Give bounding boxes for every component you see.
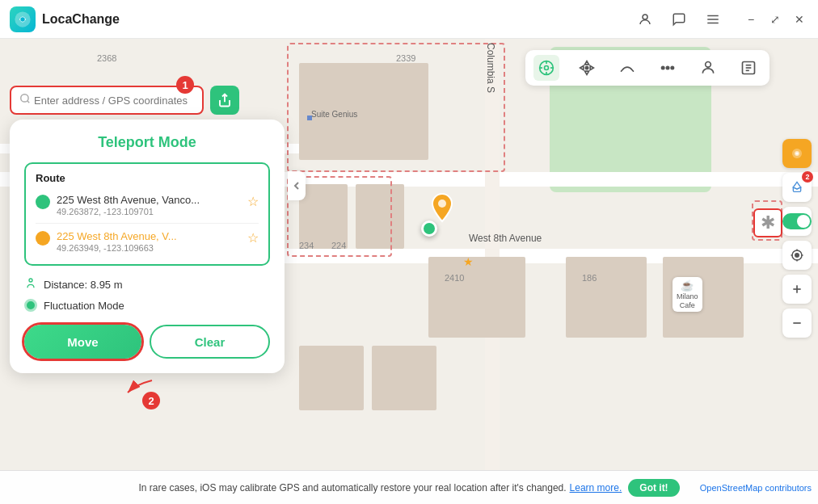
map-label-2410: 2410	[445, 273, 464, 283]
teleport-panel: Teleport Mode Route 225 West 8th Avenue,…	[10, 120, 285, 373]
map-pin-green	[421, 220, 437, 237]
svg-point-1	[20, 17, 25, 22]
map-label-186: 186	[582, 273, 597, 283]
svg-point-8	[545, 66, 549, 70]
close-button[interactable]: ✕	[791, 10, 808, 28]
fluctuation-label: Fluctuation Mode	[44, 300, 124, 312]
asterisk-button[interactable]: ✱	[753, 208, 782, 237]
map-star: ★	[463, 255, 474, 268]
profile-icon[interactable]	[634, 8, 656, 31]
svg-point-15	[666, 66, 668, 69]
clear-button[interactable]: Clear	[150, 325, 270, 359]
route-addr-2: 225 West 8th Avenue, V...	[57, 230, 241, 242]
route-coords-2: 49.263949, -123.109663	[57, 243, 241, 253]
toggle-switch[interactable]	[782, 213, 812, 229]
toolbar-teleport-btn[interactable]	[533, 55, 559, 81]
route-box: Route 225 West 8th Avenue, Vanco... 49.2…	[24, 162, 270, 266]
toolbar-move-btn[interactable]	[574, 55, 600, 81]
route-addr-1: 225 West 8th Avenue, Vanco...	[57, 194, 241, 206]
map-label-west8th: West 8th Avenue	[469, 233, 542, 244]
toolbar-person-btn[interactable]	[695, 55, 721, 81]
building-4	[428, 257, 525, 338]
svg-point-13	[585, 66, 588, 69]
fluctuation-row: Fluctuation Mode	[24, 299, 270, 312]
app-name: LocaChange	[42, 12, 120, 27]
zoom-in-button[interactable]	[782, 275, 812, 304]
svg-point-30	[795, 254, 799, 258]
fluctuation-icon	[24, 299, 37, 312]
route-star-2[interactable]: ☆	[247, 230, 259, 246]
svg-point-2	[643, 15, 647, 19]
annotation-1: 1	[176, 76, 194, 94]
svg-point-16	[671, 66, 673, 69]
toolbar-multispot-btn[interactable]	[655, 55, 681, 81]
app-logo	[10, 6, 36, 32]
minimize-button[interactable]: −	[742, 10, 760, 28]
panel-buttons: Move Clear	[24, 325, 270, 359]
route-dot-green	[36, 195, 50, 209]
got-it-button[interactable]: Got it!	[628, 479, 679, 497]
svg-point-24	[29, 279, 32, 282]
titlebar: LocaChange − ⤢ ✕	[0, 0, 818, 39]
map-label-suite-genius: Suite Genius	[311, 110, 357, 119]
share-button[interactable]	[210, 86, 239, 115]
notice-text: In rare cases, iOS may calibrate GPS and…	[138, 482, 566, 494]
map-label-224: 224	[331, 241, 346, 250]
learn-more-link[interactable]: Learn more.	[570, 482, 622, 494]
search-icon	[19, 93, 31, 107]
chat-icon[interactable]	[668, 8, 690, 31]
zoom-out-button[interactable]	[782, 309, 812, 338]
arrow-annotation	[120, 376, 160, 404]
svg-point-6	[438, 200, 446, 208]
svg-point-17	[706, 62, 711, 68]
route-coords-1: 49.263872, -123.109701	[57, 207, 241, 216]
bottom-notice: In rare cases, iOS may calibrate GPS and…	[0, 470, 818, 504]
svg-point-28	[796, 153, 799, 155]
building-7	[299, 346, 364, 410]
route-star-1[interactable]: ☆	[247, 194, 259, 209]
svg-point-22	[21, 94, 28, 102]
layers-button[interactable]	[782, 139, 812, 168]
route-dot-orange	[36, 231, 50, 246]
teleport-title: Teleport Mode	[24, 134, 270, 151]
move-button[interactable]: Move	[24, 325, 141, 359]
route-item-2: 225 West 8th Avenue, V... 49.263949, -12…	[36, 223, 259, 256]
map-label-234: 234	[299, 241, 314, 250]
search-input-wrap	[10, 86, 204, 115]
searchbar	[10, 86, 239, 115]
menu-icon[interactable]	[702, 8, 724, 31]
map-label-2368: 2368	[97, 53, 116, 63]
map-area: 2368 2339 West 8th Avenue Columbia S Sui…	[0, 39, 818, 504]
expand-button[interactable]: ⤢	[766, 10, 784, 28]
map-toolbar	[299, 50, 770, 86]
toolbar-history-btn[interactable]	[736, 55, 761, 81]
locate-button[interactable]	[782, 241, 812, 270]
building-8	[372, 346, 436, 410]
distance-person-icon	[24, 277, 37, 292]
right-tools: 2	[782, 87, 812, 464]
notifications-button[interactable]: 2	[782, 173, 812, 202]
search-input[interactable]	[34, 94, 194, 107]
route-label: Route	[36, 172, 259, 184]
building-5	[566, 257, 647, 338]
route-item-1: 225 West 8th Avenue, Vanco... 49.263872,…	[36, 191, 259, 220]
asterisk-icon: ✱	[761, 212, 775, 233]
distance-label: Distance: 8.95 m	[44, 279, 123, 291]
toggle-button[interactable]	[782, 207, 812, 236]
osm-credit[interactable]: OpenStreetMap contributors	[700, 483, 812, 493]
svg-point-14	[662, 66, 664, 69]
toolbar-route-btn[interactable]	[614, 55, 640, 81]
badge-dot: 2	[802, 171, 813, 183]
milano-cafe-marker: ☕ Milano Cafe	[673, 277, 702, 312]
collapse-button[interactable]	[288, 171, 306, 200]
distance-row: Distance: 8.95 m	[24, 277, 270, 292]
suite-genius-dot	[307, 116, 312, 120]
